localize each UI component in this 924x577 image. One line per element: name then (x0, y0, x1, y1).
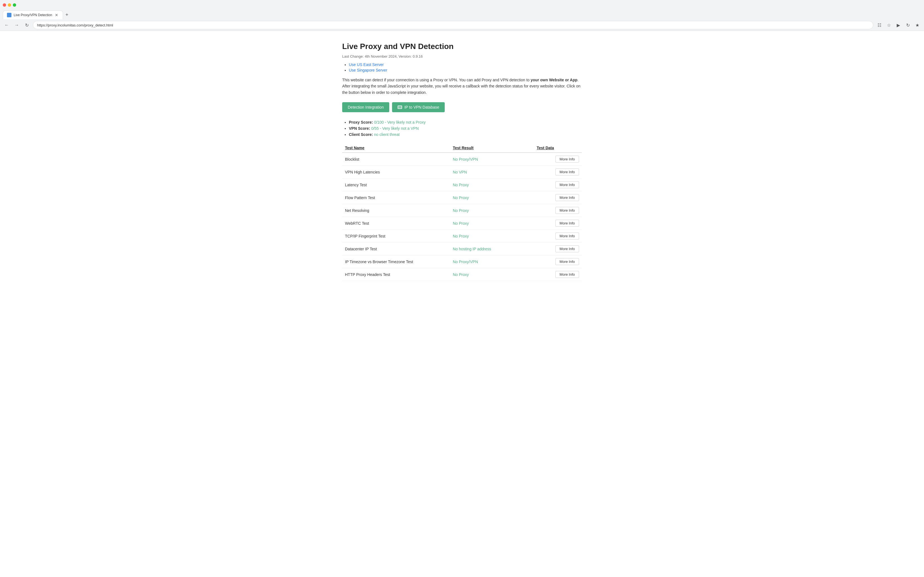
reload-button[interactable]: ↻ (23, 21, 31, 29)
test-data-cell: More Info (534, 255, 582, 268)
table-row: BlocklistNo Proxy/VPNMore Info (342, 153, 582, 166)
maximize-window-button[interactable] (13, 3, 16, 7)
proxy-score-label: Proxy Score: (349, 120, 373, 124)
test-name-cell: Datacenter IP Test (342, 243, 450, 255)
table-row: VPN High LatenciesNo VPNMore Info (342, 166, 582, 179)
table-body: BlocklistNo Proxy/VPNMore InfoVPN High L… (342, 153, 582, 281)
description-text: This website can detect if your connecti… (342, 77, 582, 95)
test-result-value: No Proxy (453, 221, 469, 226)
test-result-cell: No Proxy/VPN (450, 153, 534, 166)
test-name-cell: Blocklist (342, 153, 450, 166)
title-bar (0, 0, 924, 10)
test-result-cell: No Proxy (450, 268, 534, 281)
refresh-icon[interactable]: ↻ (904, 21, 912, 29)
test-result-value: No Proxy (453, 234, 469, 239)
test-result-value: No Proxy (453, 195, 469, 200)
tab-favicon (7, 13, 11, 17)
url-text: https://proxy.incolumitas.com/proxy_dete… (37, 23, 113, 27)
column-header-name: Test Name (342, 143, 450, 153)
action-buttons: Detection Integration IP to VPN Database (342, 102, 582, 112)
back-button[interactable]: ← (3, 21, 11, 29)
table-row: TCP/IP Fingerprint TestNo ProxyMore Info (342, 230, 582, 243)
client-score-label: Client Score: (349, 132, 373, 137)
test-result-cell: No Proxy (450, 204, 534, 217)
more-info-button[interactable]: More Info (555, 194, 579, 201)
test-name-cell: TCP/IP Fingerprint Test (342, 230, 450, 243)
description-part1: This website can detect if your connecti… (342, 78, 531, 82)
test-result-cell: No Proxy (450, 191, 534, 204)
vpn-score-label: VPN Score: (349, 126, 370, 131)
server-link-item: Use US East Server (349, 62, 582, 67)
table-row: WebRTC TestNo ProxyMore Info (342, 217, 582, 230)
test-name-cell: Net Resolving (342, 204, 450, 217)
active-tab[interactable]: Live Proxy/VPN Detection ✕ (3, 11, 63, 19)
client-score-item: Client Score: no client threat (349, 132, 582, 137)
bookmark-icon[interactable]: ☆ (885, 21, 893, 29)
vpn-score-item: VPN Score: 0/55 - Very likely not a VPN (349, 126, 582, 131)
new-tab-button[interactable]: + (63, 11, 71, 19)
page-content: Live Proxy and VPN Detection Last Change… (337, 31, 587, 292)
test-result-cell: No Proxy (450, 179, 534, 191)
forward-button[interactable]: → (13, 21, 21, 29)
reader-mode-icon[interactable]: ☷ (876, 21, 883, 29)
minimize-window-button[interactable] (8, 3, 11, 7)
test-name-cell: Flow Pattern Test (342, 191, 450, 204)
ip-to-vpn-database-button[interactable]: IP to VPN Database (392, 102, 445, 112)
test-result-value: No Proxy/VPN (453, 259, 478, 264)
proxy-score-value: 0/100 - Very likely not a Proxy (374, 120, 425, 124)
more-info-button[interactable]: More Info (555, 207, 579, 214)
client-score-value: no client threat (374, 132, 400, 137)
us-east-server-link[interactable]: Use US East Server (349, 62, 384, 67)
detection-table: Test Name Test Result Test Data Blocklis… (342, 143, 582, 281)
table-row: Latency TestNo ProxyMore Info (342, 179, 582, 191)
more-info-button[interactable]: More Info (555, 220, 579, 227)
test-result-cell: No Proxy (450, 230, 534, 243)
description-bold: your own Website or App (531, 78, 577, 82)
browser-toolbar: ← → ↻ https://proxy.incolumitas.com/prox… (0, 19, 924, 31)
test-data-cell: More Info (534, 191, 582, 204)
test-name-cell: VPN High Latencies (342, 166, 450, 179)
proxy-score-item: Proxy Score: 0/100 - Very likely not a P… (349, 120, 582, 124)
test-data-cell: More Info (534, 153, 582, 166)
test-result-value: No Proxy/VPN (453, 157, 478, 161)
test-data-cell: More Info (534, 268, 582, 281)
test-data-cell: More Info (534, 243, 582, 255)
test-result-cell: No VPN (450, 166, 534, 179)
more-info-button[interactable]: More Info (555, 258, 579, 265)
test-name-cell: IP Timezone vs Browser Timezone Test (342, 255, 450, 268)
test-data-cell: More Info (534, 179, 582, 191)
address-bar[interactable]: https://proxy.incolumitas.com/proxy_dete… (33, 21, 873, 29)
test-result-value: No Proxy (453, 183, 469, 187)
table-icon (397, 106, 402, 109)
table-row: Net ResolvingNo ProxyMore Info (342, 204, 582, 217)
test-name-cell: HTTP Proxy Headers Test (342, 268, 450, 281)
more-info-button[interactable]: More Info (555, 181, 579, 188)
test-data-cell: More Info (534, 217, 582, 230)
ip-db-button-label: IP to VPN Database (404, 105, 439, 110)
more-info-button[interactable]: More Info (555, 168, 579, 176)
test-result-cell: No hosting IP address (450, 243, 534, 255)
score-list: Proxy Score: 0/100 - Very likely not a P… (342, 120, 582, 137)
test-result-value: No Proxy (453, 272, 469, 277)
test-result-value: No Proxy (453, 208, 469, 213)
table-header: Test Name Test Result Test Data (342, 143, 582, 153)
toolbar-icons: ☷ ☆ ▶ ↻ ★ (876, 21, 921, 29)
test-data-cell: More Info (534, 230, 582, 243)
singapore-server-link[interactable]: Use Singapore Server (349, 68, 387, 73)
test-result-cell: No Proxy (450, 217, 534, 230)
window-controls (3, 3, 16, 7)
table-row: Flow Pattern TestNo ProxyMore Info (342, 191, 582, 204)
more-info-button[interactable]: More Info (555, 245, 579, 252)
tab-close-button[interactable]: ✕ (54, 13, 59, 18)
favorites-icon[interactable]: ★ (913, 21, 921, 29)
column-header-result: Test Result (450, 143, 534, 153)
table-row: IP Timezone vs Browser Timezone TestNo P… (342, 255, 582, 268)
more-info-button[interactable]: More Info (555, 271, 579, 278)
more-info-button[interactable]: More Info (555, 232, 579, 240)
detection-integration-button[interactable]: Detection Integration (342, 102, 389, 112)
test-name-cell: Latency Test (342, 179, 450, 191)
test-name-cell: WebRTC Test (342, 217, 450, 230)
more-info-button[interactable]: More Info (555, 156, 579, 163)
extensions-icon[interactable]: ▶ (895, 21, 902, 29)
close-window-button[interactable] (3, 3, 6, 7)
